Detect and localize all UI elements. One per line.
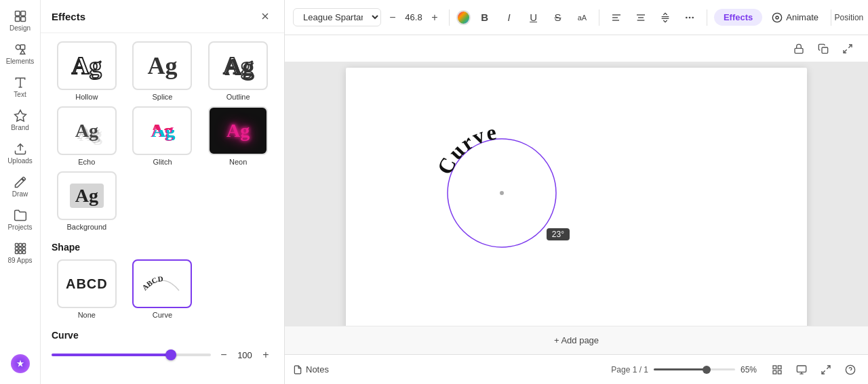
svg-text:Curve: Curve: [432, 119, 499, 178]
strikethrough-button[interactable]: S: [548, 7, 568, 28]
font-size-decrease-button[interactable]: −: [385, 10, 400, 25]
sidebar-item-apps[interactable]: 89 Apps: [3, 238, 38, 268]
effect-item-background[interactable]: Ag Background: [52, 171, 122, 231]
effect-item-glitch[interactable]: Ag Glitch: [127, 106, 198, 166]
align-left-icon: [611, 12, 622, 23]
svg-rect-28: [795, 48, 803, 53]
thumbnail-view-button[interactable]: [792, 360, 811, 379]
effect-label-echo: Echo: [78, 158, 95, 166]
lock-icon[interactable]: [789, 39, 808, 58]
angle-badge: 23°: [547, 228, 570, 240]
font-selector[interactable]: League Spartan: [293, 8, 381, 26]
canvas-area[interactable]: Curve 23°: [285, 62, 868, 326]
sidebar-item-draw[interactable]: Draw: [3, 171, 38, 202]
italic-button[interactable]: I: [499, 7, 519, 28]
lock-svg-icon: [793, 43, 804, 54]
svg-line-42: [827, 366, 830, 369]
effect-item-splice[interactable]: Ag Splice: [127, 41, 198, 101]
hollow-text: Ag: [72, 51, 102, 80]
toolbar-divider-3: [707, 9, 707, 26]
toolbar-divider-2: [599, 9, 599, 26]
shape-item-none[interactable]: ABCD None: [52, 259, 122, 319]
fullscreen-icon: [821, 364, 831, 375]
curve-increment-button[interactable]: +: [258, 347, 273, 362]
notes-button[interactable]: Notes: [293, 364, 329, 375]
effects-button[interactable]: Effects: [714, 9, 762, 26]
shape-none-text: ABCD: [66, 276, 108, 292]
neon-text: Ag: [222, 119, 254, 143]
toolbar-divider-1: [449, 9, 450, 26]
fullscreen-button[interactable]: [816, 360, 835, 379]
zoom-slider-row: [654, 368, 735, 370]
effect-thumb-echo: Ag: [57, 106, 117, 155]
effect-item-neon[interactable]: Ag Neon: [203, 106, 273, 166]
shape-thumb-none: ABCD: [57, 259, 117, 308]
curve-decrement-button[interactable]: −: [216, 347, 231, 362]
line-spacing-button[interactable]: [655, 7, 675, 28]
panel-title: Effects: [52, 11, 85, 22]
curve-shape-svg: ABCD: [138, 267, 186, 301]
effects-grid: Ag Hollow Ag Splice Ag Outline: [52, 41, 273, 231]
add-page-bar[interactable]: + Add page: [285, 326, 868, 354]
text-icon: [14, 76, 27, 89]
sidebar-item-brand[interactable]: Brand: [3, 105, 38, 135]
help-button[interactable]: [841, 360, 860, 379]
sidebar-item-uploads[interactable]: Uploads: [3, 138, 38, 169]
effect-thumb-glitch: Ag: [132, 106, 192, 155]
glitch-text: Ag: [151, 120, 174, 142]
underline-button[interactable]: U: [524, 7, 544, 28]
expand-svg-icon: [842, 43, 853, 54]
sidebar-item-text-label: Text: [14, 91, 26, 98]
font-color-button[interactable]: [456, 10, 471, 25]
animate-button[interactable]: Animate: [766, 9, 824, 26]
svg-rect-38: [778, 370, 781, 374]
draw-icon: [14, 175, 27, 189]
bold-button[interactable]: B: [475, 7, 495, 28]
effect-item-echo[interactable]: Ag Echo: [52, 106, 122, 166]
zoom-track[interactable]: [654, 368, 735, 370]
svg-rect-7: [15, 244, 18, 247]
copy-svg-icon: [818, 43, 829, 54]
curved-text-svg: Curve: [427, 105, 583, 281]
sidebar-item-design[interactable]: Design: [3, 5, 38, 36]
curve-slider-row: − 100 +: [52, 347, 273, 362]
line-spacing-icon: [660, 12, 671, 23]
sidebar-item-text[interactable]: Text: [3, 72, 38, 102]
expand-icon[interactable]: [838, 39, 857, 58]
effects-panel: Effects Ag Hollow Ag Splice: [41, 0, 285, 384]
svg-rect-14: [18, 251, 21, 253]
grid-view-button[interactable]: [768, 360, 787, 379]
shape-item-curve[interactable]: ABCD Curve: [127, 259, 198, 319]
case-button[interactable]: aA: [572, 7, 592, 28]
dots-button[interactable]: [679, 7, 700, 28]
svg-line-43: [822, 370, 825, 374]
curved-text-container[interactable]: Curve 23°: [427, 105, 583, 261]
zoom-thumb[interactable]: [703, 366, 711, 374]
svg-marker-6: [20, 50, 25, 54]
svg-rect-37: [773, 370, 776, 374]
sidebar-item-projects[interactable]: Projects: [3, 205, 38, 235]
effect-thumb-background: Ag: [57, 171, 117, 220]
sidebar-item-elements[interactable]: Elements: [3, 39, 38, 69]
toolbar-divider-4: [831, 9, 831, 26]
svg-line-31: [844, 49, 847, 53]
close-button[interactable]: [257, 8, 273, 24]
notes-icon: [293, 365, 302, 375]
curve-slider-track[interactable]: [52, 354, 211, 356]
add-page-button[interactable]: + Add page: [554, 335, 599, 345]
align-left-button[interactable]: [606, 7, 627, 28]
page-info: Page 1 / 1: [611, 365, 648, 375]
svg-rect-15: [22, 251, 25, 253]
align-center-button[interactable]: [631, 7, 651, 28]
curve-slider-thumb[interactable]: [165, 349, 176, 360]
bottom-toolbar: Notes Page 1 / 1 65%: [285, 354, 868, 384]
copy-icon[interactable]: [814, 39, 833, 58]
thumbnail-view-icon: [796, 364, 807, 375]
effect-item-outline[interactable]: Ag Outline: [203, 41, 273, 101]
effect-item-hollow[interactable]: Ag Hollow: [52, 41, 122, 101]
effect-thumb-splice: Ag: [132, 41, 192, 90]
magic-button[interactable]: [11, 354, 30, 373]
splice-text: Ag: [147, 51, 177, 80]
font-size-increase-button[interactable]: +: [427, 10, 442, 25]
position-button[interactable]: Position: [838, 7, 860, 28]
